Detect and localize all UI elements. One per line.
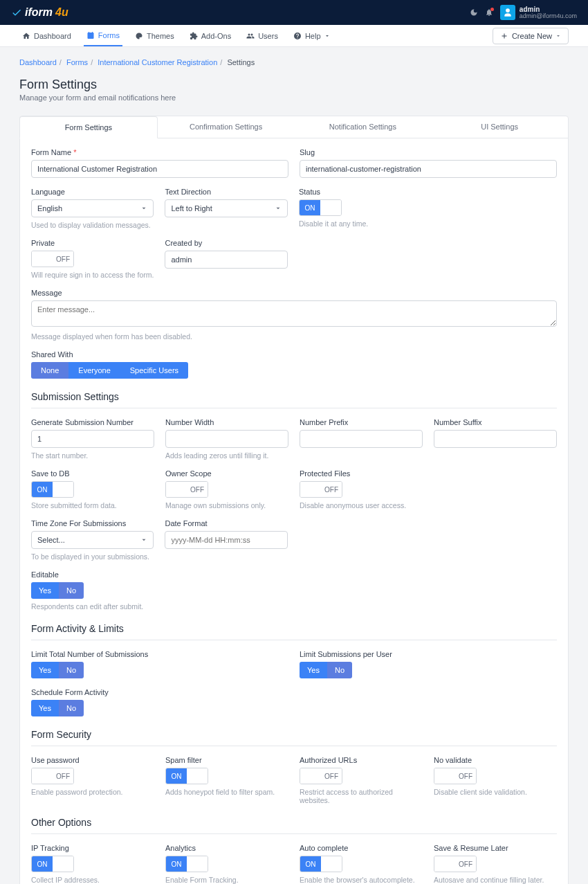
nav-forms[interactable]: Forms (84, 25, 122, 46)
brand-text-suffix: 4u (55, 6, 68, 19)
number-prefix-input[interactable] (300, 430, 423, 448)
private-help: Will require sign in to access the form. (31, 271, 154, 279)
editable-help: Respondents can edit after submit. (31, 602, 557, 611)
private-toggle[interactable]: OFF (31, 251, 74, 267)
number-suffix-input[interactable] (434, 430, 557, 448)
number-suffix-label: Number Suffix (434, 418, 557, 426)
status-help: Disable it at any time. (299, 219, 557, 228)
owner-scope-toggle[interactable]: OFF (165, 481, 208, 498)
number-prefix-label: Number Prefix (300, 418, 423, 426)
resume-toggle[interactable]: OFF (434, 856, 477, 872)
nav-addons[interactable]: Add-Ons (187, 25, 234, 46)
nav-help[interactable]: Help (291, 25, 333, 46)
notification-badge (490, 8, 494, 11)
password-toggle[interactable]: OFF (31, 768, 74, 784)
save-db-label: Save to DB (31, 469, 154, 478)
breadcrumb: Dashboard/ Forms/ International Customer… (19, 58, 569, 66)
status-toggle[interactable]: ON (299, 199, 342, 216)
gen-number-help: The start number. (31, 451, 154, 460)
user-menu[interactable]: admin admin@iform4u.com (500, 5, 577, 20)
shared-everyone[interactable]: Everyone (68, 362, 120, 379)
editable-yes[interactable]: Yes (31, 582, 59, 599)
urls-label: Authorized URLs (300, 756, 423, 764)
user-text: admin admin@iform4u.com (520, 6, 577, 20)
schedule-no[interactable]: No (59, 700, 84, 716)
tab-confirmation[interactable]: Confirmation Settings (158, 116, 295, 138)
urls-toggle[interactable]: OFF (300, 768, 342, 784)
shared-none[interactable]: None (31, 362, 68, 379)
shared-specific[interactable]: Specific Users (120, 362, 188, 379)
topbar: iform4u admin admin@iform4u.com (0, 0, 588, 25)
language-select[interactable]: English (31, 199, 154, 217)
breadcrumb-form[interactable]: International Customer Registration (98, 58, 217, 66)
theme-toggle-icon[interactable] (470, 8, 478, 17)
limit-user-no[interactable]: No (327, 662, 352, 678)
section-other-title: Other Options (31, 817, 557, 834)
analytics-label: Analytics (165, 844, 288, 852)
protected-toggle[interactable]: OFF (300, 481, 342, 498)
spam-label: Spam filter (165, 756, 288, 764)
resume-help: Autosave and continue filling later. (434, 876, 557, 884)
limit-total-yes[interactable]: Yes (31, 662, 59, 678)
main-nav: Dashboard Forms Themes Add-Ons Users Hel… (0, 25, 588, 47)
ip-toggle[interactable]: ON (31, 856, 74, 872)
limit-user-yes[interactable]: Yes (300, 662, 327, 678)
analytics-toggle[interactable]: ON (165, 856, 208, 872)
page-subtitle: Manage your form and email notifications… (19, 93, 569, 102)
nav-dashboard[interactable]: Dashboard (19, 25, 74, 46)
message-textarea[interactable] (31, 300, 557, 327)
breadcrumb-forms[interactable]: Forms (66, 58, 88, 66)
protected-label: Protected Files (300, 469, 423, 478)
nav-themes[interactable]: Themes (132, 25, 177, 46)
message-help: Message displayed when form has been dis… (31, 332, 557, 341)
editable-no[interactable]: No (59, 582, 84, 599)
novalidate-toggle[interactable]: OFF (434, 768, 477, 784)
section-activity-title: Form Activity & Limits (31, 623, 557, 640)
form-name-input[interactable] (31, 160, 288, 178)
tab-ui[interactable]: UI Settings (431, 116, 568, 138)
autocomplete-toggle[interactable]: ON (300, 856, 342, 872)
logo-icon (11, 7, 22, 18)
timezone-select[interactable]: Select... (31, 531, 154, 549)
novalidate-help: Disable client side validation. (434, 788, 557, 796)
number-width-input[interactable] (165, 430, 288, 448)
brand-logo[interactable]: iform4u (11, 6, 68, 19)
text-direction-label: Text Direction (165, 188, 287, 196)
save-db-help: Store submitted form data. (31, 501, 154, 509)
timezone-label: Time Zone For Submissions (31, 519, 154, 527)
user-name: admin (520, 6, 577, 13)
created-by-input[interactable] (165, 251, 287, 269)
page-title: Form Settings (19, 78, 569, 92)
schedule-yes[interactable]: Yes (31, 700, 59, 716)
limit-total-label: Limit Total Number of Submissions (31, 650, 288, 658)
tab-form-settings[interactable]: Form Settings (19, 116, 158, 138)
tab-notification[interactable]: Notification Settings (295, 116, 432, 138)
breadcrumb-dashboard[interactable]: Dashboard (19, 58, 57, 66)
create-new-button[interactable]: Create New (493, 28, 569, 44)
text-direction-select[interactable]: Left to Right (165, 199, 287, 217)
gen-number-input[interactable] (31, 430, 154, 448)
date-format-label: Date Format (165, 519, 287, 527)
save-db-toggle[interactable]: ON (31, 481, 74, 498)
section-security-title: Form Security (31, 729, 557, 746)
autocomplete-help: Enable the browser's autocomplete. (300, 876, 423, 884)
spam-toggle[interactable]: ON (165, 768, 208, 784)
notifications-icon[interactable] (485, 8, 493, 17)
limit-total-no[interactable]: No (59, 662, 84, 678)
ip-help: Collect IP addresses. (31, 876, 154, 884)
spam-help: Adds honeypot field to filter spam. (165, 788, 288, 796)
shared-label: Shared With (31, 350, 557, 359)
brand-text-prefix: iform (25, 6, 53, 19)
gen-number-label: Generate Submission Number (31, 418, 154, 426)
number-width-label: Number Width (165, 418, 288, 426)
message-label: Message (31, 289, 557, 297)
slug-input[interactable] (300, 160, 557, 178)
topbar-right: admin admin@iform4u.com (470, 5, 577, 20)
slug-label: Slug (300, 148, 557, 156)
editable-yn: Yes No (31, 582, 84, 599)
date-format-input[interactable] (165, 531, 287, 549)
nav-users[interactable]: Users (244, 25, 281, 46)
autocomplete-label: Auto complete (300, 844, 423, 852)
protected-help: Disable anonymous user access. (300, 501, 423, 509)
number-width-help: Adds leading zeros until filling it. (165, 451, 288, 460)
